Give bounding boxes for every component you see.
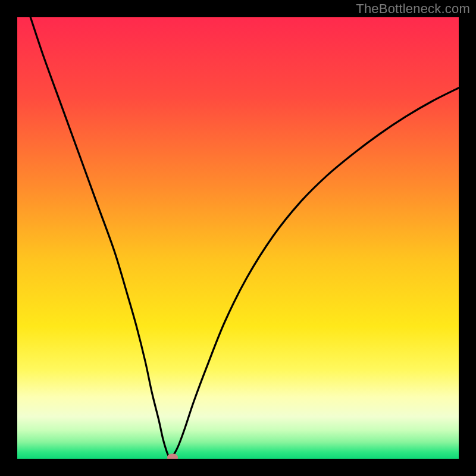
- chart-frame: TheBottleneck.com: [0, 0, 476, 476]
- watermark-text: TheBottleneck.com: [356, 1, 470, 17]
- optimal-marker: [167, 453, 178, 459]
- bottleneck-curve: [30, 17, 459, 457]
- curve-layer: [17, 17, 459, 459]
- plot-area: [17, 17, 459, 459]
